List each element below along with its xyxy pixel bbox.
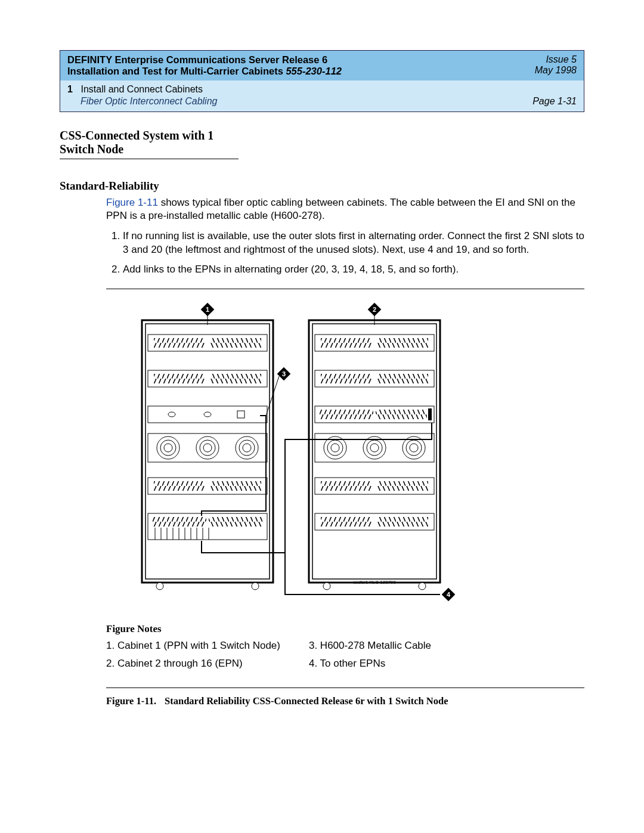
figure-notes-col: 3. H600-278 Metallic Cable 4. To other E… <box>309 640 431 676</box>
svg-point-42 <box>419 583 426 590</box>
figure-ref-text: cscfsr1 KLC 120796 <box>353 580 397 585</box>
figure-caption: Figure 1-11. Standard Reliability CSS-Co… <box>106 695 584 707</box>
header-bottom-row: 1 Install and Connect Cabinets Fiber Opt… <box>60 80 584 112</box>
figure-caption-text: Standard Reliability CSS-Connected Relea… <box>165 695 448 707</box>
cabinet-diagram: cscfsr1 KLC 120796 1 2 3 4 <box>106 296 488 606</box>
step-item: Add links to the EPNs in alternating ord… <box>123 263 584 277</box>
heading-level-2: CSS-Connected System with 1 Switch Node <box>60 129 239 159</box>
svg-text:4: 4 <box>447 591 451 598</box>
svg-point-41 <box>323 583 330 590</box>
svg-text:2: 2 <box>373 306 376 313</box>
svg-rect-21 <box>153 517 206 527</box>
figure-notes-heading: Figure Notes <box>106 623 584 635</box>
page-number: Page 1-31 <box>532 96 577 106</box>
svg-rect-22 <box>209 517 262 527</box>
section-title: Fiber Optic Interconnect Cabling <box>80 96 217 107</box>
numbered-steps: If no running list is available, use the… <box>106 230 584 277</box>
issue-date-block: Issue 5 May 1998 <box>535 54 577 76</box>
issue-label: Issue 5 <box>535 54 577 65</box>
page-number-block: Page 1-31 <box>532 96 577 107</box>
figure-note-item: 3. H600-278 Metallic Cable <box>309 640 431 652</box>
figure-link[interactable]: Figure 1-11 <box>106 197 158 208</box>
svg-text:1: 1 <box>206 306 209 313</box>
horizontal-rule <box>106 289 584 289</box>
chapter-number: 1 <box>67 84 78 95</box>
document-number: 555-230-112 <box>286 66 342 76</box>
breadcrumb: 1 Install and Connect Cabinets Fiber Opt… <box>67 84 217 107</box>
step-item: If no running list is available, use the… <box>123 230 584 257</box>
svg-rect-40 <box>428 408 432 420</box>
product-title-line2a: Installation and Test for Multi-Carrier … <box>67 66 286 76</box>
header-top-row: DEFINITY Enterprise Communications Serve… <box>60 51 584 80</box>
product-title-block: DEFINITY Enterprise Communications Serve… <box>67 54 342 77</box>
intro-paragraph: Figure 1-11 shows typical fiber optic ca… <box>106 196 584 222</box>
figure: cscfsr1 KLC 120796 1 2 3 4 <box>106 296 584 606</box>
figure-note-item: 4. To other EPNs <box>309 658 431 670</box>
svg-rect-38 <box>320 410 373 419</box>
svg-text:3: 3 <box>282 370 286 377</box>
figure-note-item: 2. Cabinet 2 through 16 (EPN) <box>106 658 280 670</box>
product-title-line1: DEFINITY Enterprise Communications Serve… <box>67 54 342 66</box>
figure-notes: 1. Cabinet 1 (PPN with 1 Switch Node) 2.… <box>106 640 584 676</box>
heading-level-3: Standard-Reliability <box>60 179 584 193</box>
page-header: DEFINITY Enterprise Communications Serve… <box>60 50 584 112</box>
horizontal-rule <box>106 688 584 688</box>
svg-point-34 <box>252 583 259 590</box>
page: DEFINITY Enterprise Communications Serve… <box>0 0 644 833</box>
figure-note-item: 1. Cabinet 1 (PPN with 1 Switch Node) <box>106 640 280 652</box>
figure-notes-col: 1. Cabinet 1 (PPN with 1 Switch Node) 2.… <box>106 640 280 676</box>
intro-text: shows typical fiber optic cabling betwee… <box>106 197 575 221</box>
issue-date: May 1998 <box>535 65 577 76</box>
chapter-title: Install and Connect Cabinets <box>80 84 203 94</box>
product-title-line2: Installation and Test for Multi-Carrier … <box>67 66 342 77</box>
figure-caption-label: Figure 1-11. <box>106 695 156 707</box>
svg-rect-39 <box>376 410 427 419</box>
svg-point-33 <box>156 583 163 590</box>
